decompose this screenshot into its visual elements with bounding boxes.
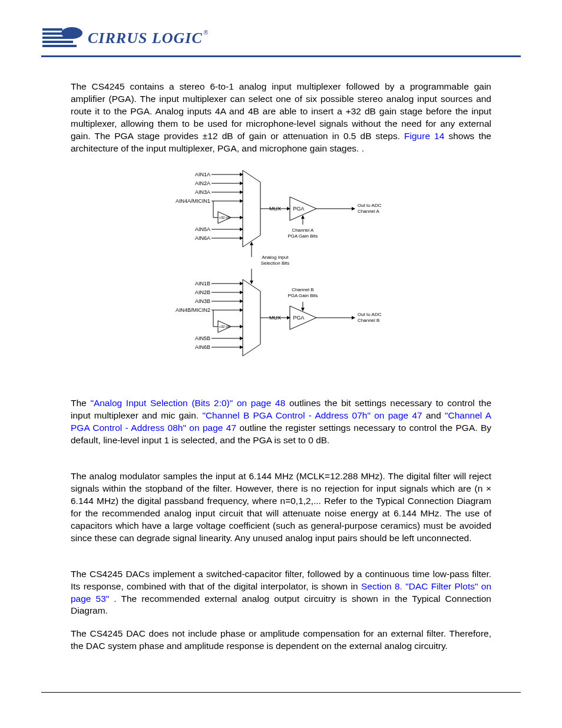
- svg-text:AIN1A: AIN1A: [195, 172, 210, 177]
- svg-text:AIN2A: AIN2A: [195, 180, 210, 186]
- svg-rect-0: [42, 28, 62, 31]
- text: and: [426, 410, 445, 420]
- paragraph-modulator: The analog modulator samples the input a…: [71, 470, 491, 545]
- svg-text:AIN6B: AIN6B: [195, 344, 210, 350]
- svg-rect-4: [42, 45, 77, 47]
- svg-text:PGA: PGA: [293, 206, 304, 212]
- svg-text:PGA Gain Bits: PGA Gain Bits: [287, 233, 318, 239]
- svg-text:AIN3A: AIN3A: [195, 189, 210, 195]
- link-analog-input-selection[interactable]: "Analog Input Selection (Bits 2:0)" on p…: [90, 398, 285, 408]
- link-channel-b-pga[interactable]: "Channel B PGA Control - Address 07h" on…: [202, 410, 422, 420]
- svg-text:AIN1B: AIN1B: [195, 281, 210, 286]
- paragraph-dac-filter: The CS4245 DACs implement a switched-cap…: [71, 568, 491, 618]
- svg-text:+32 dB: +32 dB: [219, 216, 230, 219]
- page: CIRRUS LOGIC ® The CS4245 contains a ste…: [0, 0, 562, 728]
- svg-text:Out to ADC: Out to ADC: [358, 312, 382, 317]
- page-content: The CS4245 contains a stereo 6-to-1 anal…: [41, 81, 521, 653]
- svg-text:AIN5B: AIN5B: [195, 335, 210, 341]
- svg-text:Analog Input: Analog Input: [262, 255, 289, 260]
- svg-text:AIN3B: AIN3B: [195, 298, 210, 304]
- text: . The recommended external analog output…: [71, 594, 491, 616]
- svg-text:AIN4B/MICIN2: AIN4B/MICIN2: [176, 307, 210, 313]
- paragraph-register-links: The "Analog Input Selection (Bits 2:0)" …: [71, 397, 491, 447]
- svg-text:Selection Bits: Selection Bits: [261, 261, 289, 266]
- svg-text:AIN4A/MICIN1: AIN4A/MICIN1: [176, 198, 210, 204]
- svg-text:Channel A: Channel A: [292, 228, 315, 233]
- svg-text:Out to ADC: Out to ADC: [358, 203, 382, 208]
- link-figure-14[interactable]: Figure 14: [404, 131, 444, 141]
- svg-text:+32 dB: +32 dB: [219, 325, 230, 328]
- block-diagram: AIN1A AIN2A AIN3A AIN4A/MICIN1 +32 dB AI…: [154, 166, 408, 381]
- registered-mark: ®: [204, 29, 208, 36]
- svg-text:PGA: PGA: [293, 315, 304, 321]
- svg-text:PGA Gain Bits: PGA Gain Bits: [287, 293, 318, 298]
- footer-rule: [41, 692, 521, 693]
- svg-text:Channel B: Channel B: [358, 318, 379, 323]
- svg-text:Channel A: Channel A: [358, 209, 380, 214]
- text: The: [71, 398, 90, 408]
- cirrus-logo-icon: [41, 24, 85, 53]
- paragraph-intro: The CS4245 contains a stereo 6-to-1 anal…: [71, 81, 491, 155]
- svg-text:AIN5A: AIN5A: [195, 226, 210, 232]
- brand-logo: CIRRUS LOGIC ®: [41, 24, 208, 53]
- svg-rect-3: [42, 41, 73, 43]
- svg-text:Channel B: Channel B: [292, 287, 313, 292]
- brand-name: CIRRUS LOGIC: [88, 29, 203, 47]
- svg-text:AIN2B: AIN2B: [195, 289, 210, 295]
- svg-point-5: [61, 27, 82, 39]
- paragraph-dac-phase: The CS4245 DAC does not include phase or…: [71, 628, 491, 653]
- svg-text:AIN6A: AIN6A: [195, 235, 210, 241]
- page-header: CIRRUS LOGIC ®: [41, 24, 521, 57]
